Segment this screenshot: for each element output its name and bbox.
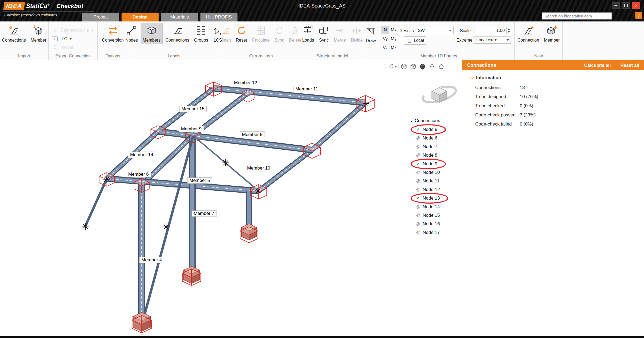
tree-expander-icon[interactable]: ◢ <box>410 119 412 123</box>
brace-member-4[interactable] <box>142 137 193 323</box>
new-member-button[interactable]: Member <box>542 23 562 44</box>
reset-label: Reset <box>236 38 247 43</box>
import-connections-button[interactable]: Connections <box>0 23 28 44</box>
tree-node-item[interactable]: Node 8 <box>415 151 438 160</box>
maximize-button[interactable] <box>622 2 630 9</box>
tree-node-list: Node 5 Node 6 Node 7 Node 8 Node 9 <box>415 125 462 237</box>
force-component-toggle[interactable]: Vz <box>381 43 389 52</box>
member-label[interactable]: Member 8 <box>240 132 265 138</box>
gear-icon <box>416 213 420 218</box>
reset-all-button[interactable]: Reset all <box>620 63 639 68</box>
tree-node-item[interactable]: Node 7 <box>415 142 438 151</box>
connections-icon <box>172 25 183 36</box>
info-row-label: Code-check failed <box>475 122 520 127</box>
brace-cantilever[interactable] <box>85 179 107 226</box>
node-status-icon <box>416 205 420 209</box>
extreme-dropdown[interactable]: Local extre... <box>474 36 511 44</box>
export-connection-file-button[interactable]: Connection file <box>52 26 97 34</box>
tree-root-connections[interactable]: ◢ Connections <box>410 117 462 124</box>
view-perspective-button[interactable] <box>428 63 436 71</box>
minimize-button[interactable] <box>612 2 620 9</box>
tree-node-item[interactable]: Node 6 <box>415 134 438 142</box>
labels-nodes-button[interactable]: Nodes <box>123 23 140 44</box>
labels-connections-button[interactable]: Connections <box>163 23 191 44</box>
tree-node-item[interactable]: Node 15 <box>415 211 441 220</box>
tree-node-item[interactable]: Node 16 <box>415 220 441 228</box>
spinner-arrows[interactable] <box>506 27 511 34</box>
member-label[interactable]: Member 6 <box>126 171 151 177</box>
member-label[interactable]: Member 14 <box>128 152 155 158</box>
tree-node-item[interactable]: Node 5 <box>415 125 438 134</box>
tree-root-label: Connections <box>415 118 440 123</box>
tab[interactable]: Materials <box>161 13 198 21</box>
model-3d-view[interactable] <box>0 60 462 336</box>
view-iso-button[interactable] <box>400 63 408 71</box>
member-label[interactable]: Member 10 <box>245 165 272 171</box>
member-label[interactable]: Member 11 <box>294 86 320 92</box>
member-label[interactable]: Member 7 <box>192 211 216 216</box>
force-component-label: Vz <box>383 45 388 50</box>
navigation-cube[interactable] <box>421 83 458 105</box>
new-connection-button[interactable]: Connection <box>515 23 541 44</box>
member-label[interactable]: Member 12 <box>232 80 259 86</box>
draw-button[interactable]: Draw <box>364 24 378 45</box>
tree-node-item[interactable]: Node 9 <box>415 160 438 168</box>
tree-node-item[interactable]: Node 17 <box>415 228 441 237</box>
force-component-toggle[interactable]: Vy <box>381 35 389 43</box>
member-label[interactable]: Member 5 <box>188 178 212 183</box>
results-dropdown[interactable]: SW <box>416 27 454 34</box>
calculate-button[interactable]: Calculate <box>250 23 272 44</box>
scale-stepper[interactable]: 1.00 <box>474 27 511 34</box>
tree-node-item[interactable]: Node 14 <box>415 203 441 211</box>
tree-node-label: Node 15 <box>423 213 440 218</box>
loads-button[interactable]: Loads <box>300 23 316 44</box>
tab[interactable]: Project <box>82 13 119 21</box>
perspective-icon <box>429 63 435 70</box>
model-viewport[interactable]: Member 12Member 11Member 15Member 9Membe… <box>0 60 462 336</box>
info-button[interactable]: i <box>635 12 642 19</box>
force-component-toggle[interactable]: My <box>390 35 398 43</box>
tree-node-item[interactable]: Node 12 <box>415 185 441 194</box>
tree-node-item[interactable]: Node 13 <box>415 194 441 203</box>
sync-current-button[interactable]: Sync <box>272 23 286 44</box>
information-section-header[interactable]: Information <box>470 75 644 80</box>
search-input[interactable] <box>542 12 612 20</box>
export-ifc-button[interactable]: ifc IFC <box>52 35 97 43</box>
beam-member-11[interactable] <box>266 93 365 103</box>
tree-node-item[interactable]: Node 11 <box>415 177 441 185</box>
labels-members-button[interactable]: Members <box>141 23 163 44</box>
member-label[interactable]: Member 15 <box>180 106 206 112</box>
labels-groups-button[interactable]: Groups <box>192 23 210 44</box>
export-viewer-button[interactable]: Viewer <box>52 43 97 51</box>
force-component-toggle[interactable]: Mz <box>390 43 398 52</box>
merge-button[interactable]: Merge <box>332 23 348 44</box>
tab[interactable]: Design <box>122 13 159 21</box>
chevron-down-icon <box>395 66 397 68</box>
node-status-icon <box>416 213 420 218</box>
home-view-button[interactable] <box>437 63 445 71</box>
view-solid-button[interactable] <box>419 63 427 71</box>
calculate-all-button[interactable]: Calculate all <box>584 63 611 68</box>
open-button[interactable]: Open <box>218 23 233 44</box>
force-component-toggle[interactable]: Mx <box>390 26 398 34</box>
gear-icon <box>416 222 420 226</box>
sync-structural-button[interactable]: Sync <box>317 23 331 44</box>
force-component-label: Mx <box>391 28 396 32</box>
conversion-button[interactable]: Conversion <box>100 23 126 44</box>
close-button[interactable]: × <box>632 2 640 9</box>
view-top-button[interactable] <box>409 63 417 71</box>
divide-button[interactable]: Divide <box>349 23 365 44</box>
tab[interactable]: Hilti PROFIS <box>200 13 237 21</box>
gear-icon <box>416 205 420 209</box>
import-member-button[interactable]: Member <box>28 23 49 44</box>
beam-member-8[interactable] <box>193 136 312 150</box>
beam-right-edge[interactable] <box>312 103 365 150</box>
orbit-button[interactable] <box>389 63 397 71</box>
reset-button[interactable]: Reset <box>234 23 249 44</box>
local-axis-button[interactable]: Local <box>404 36 426 45</box>
tree-node-item[interactable]: Node 10 <box>415 168 441 177</box>
force-component-toggle[interactable]: N <box>381 26 389 34</box>
fit-view-button[interactable] <box>379 63 387 71</box>
member-label[interactable]: Member 9 <box>179 126 204 132</box>
member-label[interactable]: Member 4 <box>140 257 164 263</box>
